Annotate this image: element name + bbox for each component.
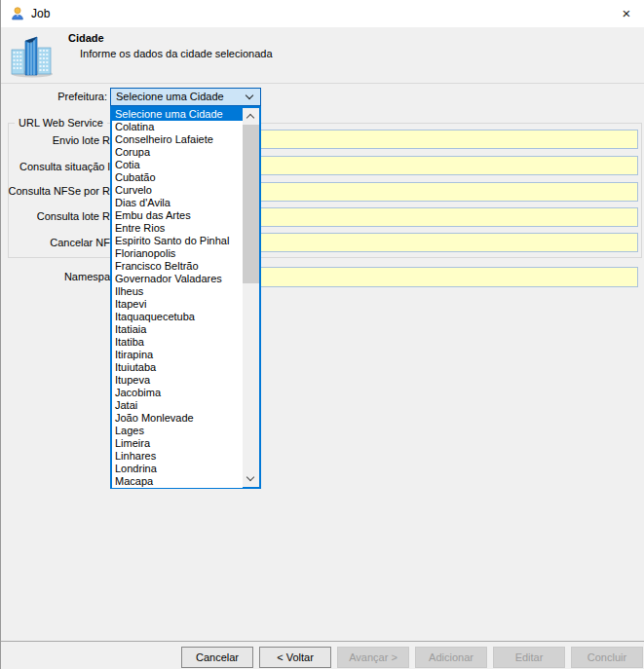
dropdown-option[interactable]: Itatiba — [112, 336, 243, 349]
field-label: Cancelar NF — [0, 237, 110, 248]
dropdown-option[interactable]: Itatiaia — [112, 323, 243, 336]
close-icon[interactable]: × — [617, 4, 636, 23]
field-label: Consulta situação l — [0, 161, 110, 172]
cancelar-nfse-input[interactable] — [260, 233, 638, 252]
dropdown-option[interactable]: Lages — [112, 425, 243, 437]
dropdown-option[interactable]: Cubatão — [112, 171, 243, 184]
combobox-value: Selecione uma Cidade — [116, 89, 224, 105]
dropdown-option[interactable]: Jacobima — [112, 387, 243, 399]
consulta-situacao-input[interactable] — [260, 156, 638, 175]
cancel-button[interactable]: Cancelar — [181, 647, 253, 668]
buildings-icon — [8, 34, 55, 82]
dropdown-option[interactable]: Ituiutaba — [112, 361, 243, 374]
dropdown-options: Selecione uma Cidade Colatina Conselheir… — [112, 108, 243, 488]
dropdown-option[interactable]: Dias d'Avila — [112, 197, 243, 209]
scrollbar-thumb[interactable] — [243, 125, 259, 283]
dropdown-option[interactable]: Florianopolis — [112, 247, 243, 260]
next-button: Avançar > — [337, 647, 409, 668]
back-button[interactable]: < Voltar — [259, 647, 331, 668]
dropdown-option[interactable]: Itapevi — [112, 298, 243, 311]
dropdown-option[interactable]: Macapa — [112, 475, 243, 488]
wizard-header: Cidade Informe os dados da cidade seleci… — [0, 27, 644, 84]
window-edge-artifact — [0, 0, 1, 669]
page-title: Cidade — [68, 32, 104, 44]
city-combobox[interactable]: Selecione uma Cidade — [110, 88, 261, 106]
dropdown-option[interactable]: Governador Valadares — [112, 273, 243, 285]
chevron-down-icon — [246, 473, 254, 481]
dropdown-option[interactable]: Colatina — [112, 121, 243, 133]
dropdown-option[interactable]: João Monlevade — [112, 412, 243, 425]
dropdown-option[interactable]: Selecione uma Cidade — [112, 108, 243, 121]
prefeitura-label: Prefeitura: — [0, 91, 107, 102]
dropdown-option[interactable]: Francisco Beltrão — [112, 260, 243, 273]
dropdown-option[interactable]: Cotia — [112, 159, 243, 171]
scroll-down-button[interactable] — [243, 470, 259, 487]
dropdown-option[interactable]: Espirito Santo do Pinhal — [112, 235, 243, 247]
dropdown-option[interactable]: Embu das Artes — [112, 209, 243, 222]
scroll-up-button[interactable] — [243, 108, 259, 125]
groupbox-label: URL Web Service — [15, 117, 107, 129]
field-label: Consulta NFSe por R — [0, 185, 110, 197]
envio-lote-input[interactable] — [260, 130, 638, 149]
dropdown-option[interactable]: Conselheiro Lafaiete — [112, 133, 243, 146]
edit-button: Editar — [493, 647, 565, 668]
dropdown-option[interactable]: Entre Rios — [112, 222, 243, 235]
field-label: Envio lote R — [0, 134, 110, 146]
city-dropdown-list: Selecione uma Cidade Colatina Conselheir… — [110, 106, 261, 489]
chevron-down-icon — [246, 92, 253, 99]
buttons-separator — [0, 641, 644, 642]
consulta-lote-input[interactable] — [260, 207, 638, 227]
chevron-up-icon — [246, 114, 254, 122]
wizard-buttons: Cancelar < Voltar Avançar > Adicionar Ed… — [181, 647, 643, 668]
user-icon — [10, 6, 25, 21]
dropdown-option[interactable]: Itupeva — [112, 374, 243, 387]
dropdown-option[interactable]: Linhares — [112, 450, 243, 463]
dropdown-option[interactable]: Jatai — [112, 399, 243, 412]
namespace-input[interactable] — [260, 267, 638, 287]
dropdown-option[interactable]: Curvelo — [112, 184, 243, 197]
add-button: Adicionar — [415, 647, 487, 668]
finish-button: Concluir — [571, 647, 643, 668]
dropdown-option[interactable]: Itaquaquecetuba — [112, 311, 243, 323]
job-dialog: Job × — [0, 0, 644, 669]
dropdown-option[interactable]: Ilheus — [112, 285, 243, 298]
dropdown-option[interactable]: Itirapina — [112, 349, 243, 361]
dropdown-option[interactable]: Limeira — [112, 437, 243, 450]
window-titlebar: Job × — [0, 0, 644, 27]
dropdown-option[interactable]: Londrina — [112, 463, 243, 475]
page-subtitle: Informe os dados da cidade selecionada — [80, 48, 273, 59]
dropdown-option[interactable]: Corupa — [112, 146, 243, 159]
field-label: Consulta lote R — [0, 210, 110, 222]
consulta-nfse-rps-input[interactable] — [260, 182, 638, 202]
window-title: Job — [31, 7, 50, 20]
field-label: Namespa — [0, 271, 110, 282]
dropdown-scrollbar[interactable] — [243, 108, 259, 487]
